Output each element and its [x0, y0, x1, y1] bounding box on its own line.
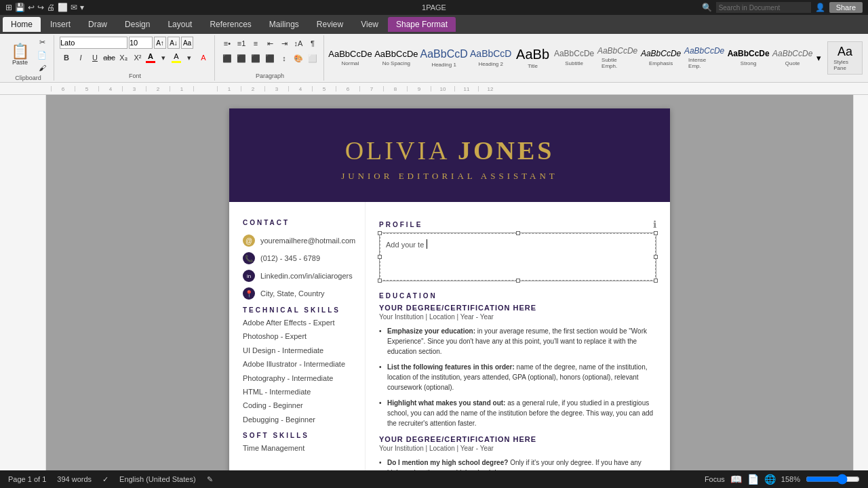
print-layout-button[interactable]: 📄 [747, 474, 759, 485]
increase-indent-button[interactable]: ⇥ [277, 37, 291, 50]
font-size-decrease[interactable]: A↓ [167, 37, 180, 49]
phone-icon: 📞 [243, 252, 255, 264]
account-icon[interactable]: 👤 [815, 3, 825, 12]
tab-mailings[interactable]: Mailings [261, 17, 307, 32]
numbering-button[interactable]: ≡1 [235, 37, 248, 50]
print-icon[interactable]: 🖨 [47, 3, 55, 12]
copy-button[interactable]: 📄 [35, 49, 50, 61]
italic-button[interactable]: I [74, 51, 87, 64]
style-subtle-emph-label: Subtle Emph. [601, 57, 633, 69]
ruler-mark-7r: 7 [359, 86, 383, 92]
styles-pane-button[interactable]: Aa Styles Pane [827, 41, 863, 75]
tab-review[interactable]: Review [309, 17, 351, 32]
paste-button[interactable]: 📋 Paste [7, 41, 33, 68]
show-marks-button[interactable]: ¶ [306, 37, 319, 50]
style-title[interactable]: AaBb Title [514, 38, 551, 79]
resize-handle-tr[interactable] [654, 231, 658, 235]
resize-handle-bc[interactable] [516, 279, 520, 283]
paragraph-controls: ≡• ≡1 ≡ ⇤ ⇥ ↕A ¶ ⬛ ⬛ ⬛ ⬛ ↕ 🎨 ⬜ [220, 37, 319, 71]
tab-draw[interactable]: Draw [80, 17, 115, 32]
decrease-indent-button[interactable]: ⇤ [263, 37, 277, 50]
read-mode-button[interactable]: 📖 [730, 474, 742, 485]
search-icon[interactable]: 🔍 [702, 3, 712, 12]
proofing-icon[interactable]: ✓ [102, 475, 108, 484]
undo-icon[interactable]: ↩ [28, 3, 35, 12]
tab-layout[interactable]: Layout [159, 17, 200, 32]
resize-handle-tl[interactable] [378, 231, 382, 235]
align-left-button[interactable]: ⬛ [220, 52, 234, 65]
subscript-button[interactable]: X₂ [117, 51, 130, 64]
web-layout-button[interactable]: 🌐 [764, 474, 776, 485]
profile-textbox-wrapper[interactable]: Add your te [379, 232, 656, 281]
bold-button[interactable]: B [60, 51, 73, 64]
font-name-input[interactable] [60, 37, 127, 49]
export-icon[interactable]: ⬜ [58, 3, 68, 12]
zoom-slider[interactable] [806, 474, 860, 485]
font-size-increase[interactable]: A↑ [154, 37, 166, 49]
name-last: JONES [458, 136, 554, 165]
multilevel-button[interactable]: ≡ [249, 37, 262, 50]
more-icon[interactable]: ▾ [80, 3, 84, 12]
cut-button[interactable]: ✂ [35, 37, 50, 48]
font-color-picker-button[interactable]: A [197, 51, 210, 64]
style-strong[interactable]: AaBbCcDe Strong [727, 38, 770, 79]
font-color-button[interactable]: ▾ [157, 51, 170, 64]
align-right-button[interactable]: ⬛ [249, 52, 262, 65]
bullets-button[interactable]: ≡• [220, 37, 234, 50]
underline-button[interactable]: U [88, 51, 102, 64]
ribbon-tabs: Home Insert Draw Design Layout Reference… [0, 15, 868, 34]
share-button[interactable]: Share [829, 2, 863, 13]
style-subtle-emph[interactable]: AaBbCcDe Subtle Emph. [597, 38, 638, 79]
focus-button[interactable]: Focus [705, 475, 725, 483]
font-group: A↑ A↓ Aa B I U abc X₂ X² A ▾ A [56, 35, 215, 81]
profile-textbox[interactable]: Add your te [380, 233, 656, 281]
mail-icon[interactable]: ✉ [71, 3, 77, 12]
align-center-button[interactable]: ⬛ [235, 52, 248, 65]
line-spacing-button[interactable]: ↕ [277, 52, 291, 65]
font-label: Font [129, 73, 141, 79]
styles-pane-icon: Aa [837, 45, 852, 59]
redo-icon[interactable]: ↪ [37, 3, 44, 12]
style-no-spacing[interactable]: AaBbCcDe No Spacing [374, 38, 418, 79]
tab-references[interactable]: References [201, 17, 259, 32]
superscript-button[interactable]: X² [131, 51, 144, 64]
track-changes-icon[interactable]: ✎ [207, 475, 213, 484]
contact-location: 📍 City, State, Country [243, 287, 351, 300]
resize-handle-ml[interactable] [378, 255, 382, 259]
styles-expand-button[interactable]: ▾ [815, 52, 823, 64]
style-heading1-preview: AaBbCcD [420, 48, 468, 60]
style-heading1[interactable]: AaBbCcD Heading 1 [420, 38, 468, 79]
shading-button[interactable]: 🎨 [292, 52, 305, 65]
font-size-input[interactable] [129, 37, 153, 49]
search-input[interactable] [716, 2, 811, 13]
style-heading2[interactable]: AaBbCcD Heading 2 [469, 38, 512, 79]
style-intense-emp[interactable]: AaBbCcDe Intense Emp. [684, 38, 725, 79]
ruler-mark-3r: 3 [264, 86, 288, 92]
contact-linkedin: in Linkedin.com/in/aliciarogers [243, 270, 351, 282]
tab-shape-format[interactable]: Shape Format [388, 17, 456, 32]
sort-button[interactable]: ↕A [292, 37, 305, 50]
resize-handle-bl[interactable] [378, 279, 382, 283]
format-painter-button[interactable]: 🖌 [35, 62, 50, 73]
save-icon[interactable]: 💾 [15, 3, 25, 12]
tab-home[interactable]: Home [3, 17, 41, 32]
resize-handle-br[interactable] [654, 279, 658, 283]
resize-handle-mr[interactable] [654, 255, 658, 259]
style-emphasis[interactable]: AaBbCcDe Emphasis [640, 38, 682, 79]
clipboard-label: Clipboard [15, 75, 41, 81]
tab-view[interactable]: View [353, 17, 387, 32]
tab-design[interactable]: Design [117, 17, 158, 32]
tab-insert[interactable]: Insert [42, 17, 79, 32]
highlight-color-button[interactable]: ▾ [182, 51, 196, 64]
style-quote[interactable]: AaBbCcDe Quote [772, 38, 813, 79]
style-normal[interactable]: AaBbCcDe Normal [328, 38, 372, 79]
ruler-marks: 6 5 4 3 2 1 1 2 3 4 5 6 7 8 9 10 11 12 [51, 86, 502, 92]
change-case-button[interactable]: Aa [181, 37, 193, 49]
status-bar: Page 1 of 1 394 words ✓ English (United … [0, 470, 868, 488]
borders-button[interactable]: ⬜ [306, 52, 319, 65]
windows-icon[interactable]: ⊞ [5, 3, 12, 12]
style-subtitle[interactable]: AaBbCcDe Subtitle [553, 38, 595, 79]
justify-button[interactable]: ⬛ [263, 52, 277, 65]
resize-handle-tc[interactable] [516, 231, 520, 235]
strikethrough-button[interactable]: abc [102, 51, 116, 64]
